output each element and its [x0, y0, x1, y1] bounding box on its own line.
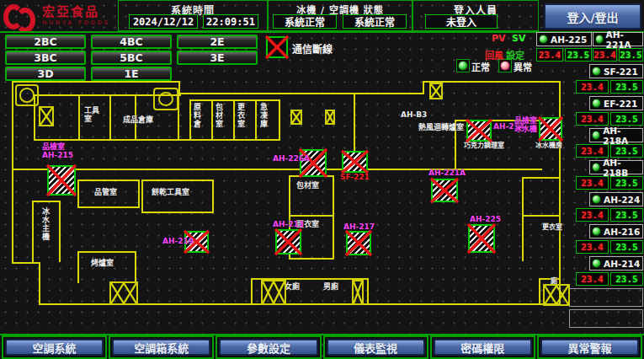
- ahu-status-value: 系統正常: [343, 14, 407, 29]
- nav-button-參數設定[interactable]: 參數設定: [219, 339, 317, 356]
- marker-label: SF-221: [340, 174, 370, 182]
- spiral-stair-icon: [153, 88, 178, 110]
- door-x-icon: [325, 110, 335, 125]
- wall-segment: [522, 177, 559, 179]
- unit-sf-221[interactable]: SF-221: [589, 64, 643, 78]
- stairs-icon: [543, 284, 570, 306]
- door-x-icon: [290, 110, 302, 125]
- abnormal-label: 異常: [514, 60, 532, 73]
- unit-values-ah-216: 23.423.5: [576, 240, 643, 254]
- floor-button-2e[interactable]: 2E: [177, 35, 258, 49]
- unit-values-sf-221: 23.423.5: [576, 80, 643, 94]
- nav-frame: 異常警報: [537, 335, 642, 359]
- room-label: 冰水機房: [535, 142, 562, 150]
- room-label: 包材室: [214, 103, 222, 128]
- floor-button-2bc[interactable]: 2BC: [5, 35, 86, 49]
- wall-segment: [138, 180, 140, 208]
- unit-status-led: [592, 99, 601, 108]
- unit-ah-214[interactable]: AH-214: [589, 256, 643, 271]
- sv-value: 23.5: [619, 48, 643, 62]
- unit-values-ah-218a: 23.423.5: [576, 144, 643, 158]
- wall-segment: [279, 99, 280, 141]
- unit-ah-224[interactable]: AH-224: [589, 192, 643, 206]
- marker-label: 品檢室 冰水機: [514, 117, 537, 134]
- wall-segment: [233, 101, 235, 141]
- comm-error-marker[interactable]: [275, 229, 301, 255]
- door-x-icon: [39, 106, 54, 126]
- nav-button-空調箱系統[interactable]: 空調箱系統: [112, 339, 210, 356]
- marker-label: AH-221A: [428, 169, 466, 178]
- brand-logo: 宏亞食品 HUNYA FOODS: [3, 2, 114, 30]
- unit-ef-221[interactable]: EF-221: [589, 96, 643, 110]
- wall-segment: [141, 180, 143, 213]
- empty-unit-slot: [569, 288, 643, 307]
- room-label: 品管室: [94, 189, 117, 197]
- room-label: 急凍庫: [258, 103, 267, 128]
- pv-value: 23.4: [576, 272, 609, 286]
- wall-segment: [559, 81, 561, 305]
- wall-segment: [12, 81, 13, 264]
- sv-value: 23.5: [610, 240, 643, 254]
- wall-segment: [77, 251, 136, 253]
- unit-status-led: [592, 259, 601, 268]
- normal-label: 正常: [471, 60, 490, 73]
- unit-status-led: [539, 35, 548, 44]
- wall-segment: [32, 201, 61, 202]
- pv-value: 23.4: [576, 112, 609, 126]
- pv-label: PV: [492, 33, 506, 44]
- pv-value: 23.4: [576, 176, 609, 190]
- door-x-icon: [429, 83, 443, 99]
- wall-segment: [78, 96, 80, 141]
- comm-error-marker[interactable]: [539, 117, 562, 141]
- sv-value: 23.5: [610, 208, 643, 222]
- floor-button-3bc[interactable]: 3BC: [5, 51, 86, 65]
- comm-error-marker[interactable]: [342, 151, 368, 173]
- hmi-screen: 宏亞食品 HUNYA FOODS 系統時間 2024/12/12 22:09:5…: [0, 0, 644, 359]
- chiller-status-value: 系統正常: [273, 14, 337, 29]
- wall-segment: [77, 180, 79, 208]
- floor-button-1e[interactable]: 1E: [91, 67, 172, 81]
- nav-button-儀表監視[interactable]: 儀表監視: [327, 339, 425, 356]
- room-label: 巧克力調理室: [464, 142, 504, 150]
- nav-frame: 儀表監視: [323, 335, 428, 359]
- system-clock-value: 22:09:51: [203, 14, 258, 29]
- floor-button-3e[interactable]: 3E: [177, 51, 258, 65]
- unit-name-label: AH-221A: [606, 29, 642, 50]
- stairs-icon: [261, 280, 286, 305]
- room-label: 女廁: [285, 283, 300, 292]
- unit-ah-225[interactable]: AH-225: [536, 32, 592, 46]
- unit-ah-218b[interactable]: AH-218B: [589, 160, 643, 174]
- comm-error-marker[interactable]: [47, 165, 76, 196]
- bottom-nav-bar: 空調系統空調箱系統參數設定儀表監視密碼權限異常警報: [0, 335, 644, 359]
- wall-segment: [211, 101, 213, 141]
- nav-button-密碼權限[interactable]: 密碼權限: [434, 339, 532, 356]
- unit-values-ah-225: 23.423.5: [536, 48, 592, 62]
- comm-error-marker[interactable]: [466, 120, 492, 142]
- floor-button-5bc[interactable]: 5BC: [91, 51, 172, 65]
- comm-error-marker[interactable]: [468, 224, 495, 253]
- floor-button-3d[interactable]: 3D: [5, 67, 86, 81]
- nav-frame: 密碼權限: [430, 335, 535, 359]
- unit-values-ah-224: 23.423.5: [576, 208, 643, 222]
- wall-segment: [333, 175, 334, 260]
- marker-label: AH-219: [162, 238, 194, 246]
- unit-ah-218a[interactable]: AH-218A: [589, 128, 643, 142]
- wall-segment: [141, 212, 214, 213]
- spiral-stair-icon: [15, 84, 39, 106]
- login-logout-button[interactable]: 登入/登出: [544, 3, 641, 29]
- brand-name-en: HUNYA FOODS: [42, 20, 110, 26]
- wall-segment: [178, 93, 424, 94]
- unit-values-ah-218b: 23.423.5: [576, 176, 643, 190]
- wall-segment: [251, 278, 253, 305]
- sv-value: 23.5: [610, 80, 643, 94]
- door-x-icon: [352, 280, 364, 305]
- nav-button-空調系統[interactable]: 空調系統: [5, 339, 104, 356]
- pv-type-label: 回風: [485, 48, 503, 62]
- comm-error-marker[interactable]: [346, 231, 371, 255]
- wall-segment: [32, 201, 34, 262]
- floor-button-4bc[interactable]: 4BC: [91, 35, 172, 49]
- unit-ah-216[interactable]: AH-216: [589, 224, 643, 238]
- nav-button-異常警報[interactable]: 異常警報: [540, 339, 639, 356]
- comm-error-marker[interactable]: [431, 179, 458, 202]
- unit-ah-221a[interactable]: AH-221A: [593, 32, 643, 46]
